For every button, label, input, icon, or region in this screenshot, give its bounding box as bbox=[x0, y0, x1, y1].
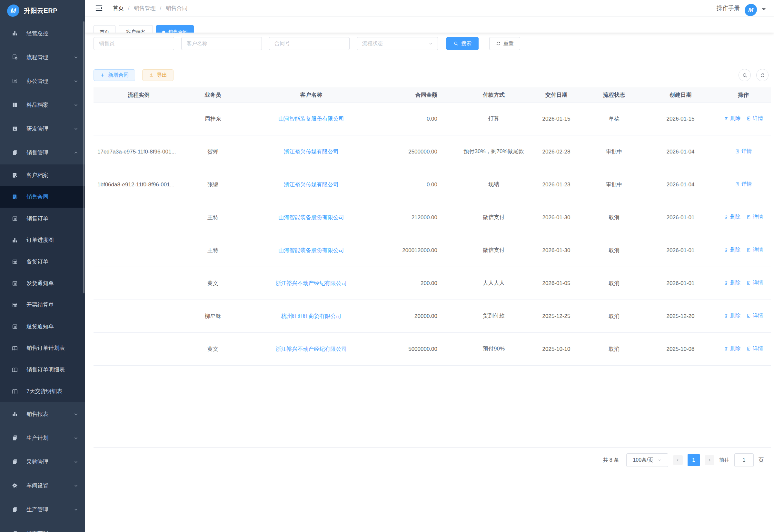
salesperson-cell: 王特 bbox=[184, 247, 242, 254]
customer-link[interactable]: 山河智能装备股份有限公司 bbox=[278, 247, 344, 253]
export-button[interactable]: 导出 bbox=[142, 69, 174, 81]
chevron-down-icon bbox=[657, 458, 662, 462]
detail-link[interactable]: 详情 bbox=[746, 312, 763, 319]
delete-link[interactable]: 删除 bbox=[724, 247, 740, 253]
filter-input[interactable] bbox=[269, 37, 350, 50]
sidebar-item[interactable]: 销售管理 bbox=[0, 141, 85, 164]
created-date-cell: 2026-01-15 bbox=[645, 116, 716, 122]
delete-link[interactable]: 删除 bbox=[724, 312, 740, 319]
chev-down-icon bbox=[73, 54, 79, 60]
detail-link[interactable]: 详情 bbox=[746, 214, 763, 221]
sidebar-item[interactable]: 销售订单明细表 bbox=[0, 359, 85, 380]
tab-item[interactable]: 销售合同 bbox=[156, 25, 194, 33]
table-search-button[interactable] bbox=[739, 69, 751, 81]
next-page-button[interactable] bbox=[705, 455, 714, 465]
sidebar-item[interactable]: 订单进度图 bbox=[0, 229, 85, 251]
breadcrumb-item[interactable]: 销售合同 bbox=[165, 5, 187, 12]
customer-link[interactable]: 山河智能装备股份有限公司 bbox=[278, 116, 344, 122]
breadcrumb-item[interactable]: 首页 bbox=[113, 5, 124, 12]
table-refresh-button[interactable] bbox=[756, 69, 769, 81]
avatar[interactable]: M bbox=[744, 4, 758, 16]
customer-link[interactable]: 浙江裕兴传媒有限公司 bbox=[284, 182, 339, 188]
sidebar-item[interactable]: 加工车间 bbox=[0, 521, 85, 532]
filter-input[interactable] bbox=[94, 37, 174, 50]
customer-link[interactable]: 浙江裕兴不动产经纪有限公司 bbox=[276, 280, 347, 286]
detail-link[interactable]: 详情 bbox=[746, 247, 763, 253]
sidebar-item[interactable]: 车间设置 bbox=[0, 474, 85, 498]
sidebar-item[interactable]: 7天交货明细表 bbox=[0, 380, 85, 402]
breadcrumb-item[interactable]: 销售管理 bbox=[134, 5, 156, 12]
amount-cell: 2500000.00 bbox=[381, 149, 458, 155]
detail-link[interactable]: 详情 bbox=[735, 148, 752, 155]
sidebar-item[interactable]: 生产管理 bbox=[0, 498, 85, 521]
copy-icon bbox=[12, 506, 18, 513]
chev-down-icon bbox=[73, 78, 79, 84]
customer-link[interactable]: 浙江裕兴不动产经纪有限公司 bbox=[276, 346, 347, 352]
delete-link[interactable]: 删除 bbox=[724, 345, 740, 352]
delete-link[interactable]: 删除 bbox=[724, 280, 740, 286]
sidebar-item[interactable]: 研发管理 bbox=[0, 117, 85, 141]
ops-cell: 删除 详情 bbox=[716, 345, 771, 353]
search-icon bbox=[453, 41, 459, 46]
sidebar-item[interactable]: 生产计划 bbox=[0, 426, 85, 450]
chev-down-icon bbox=[73, 483, 79, 488]
chart-icon bbox=[12, 30, 18, 36]
detail-link[interactable]: 详情 bbox=[746, 345, 763, 352]
sidebar-item[interactable]: 开票结算单 bbox=[0, 294, 85, 316]
delete-link[interactable]: 删除 bbox=[724, 214, 740, 221]
col-header: 创建日期 bbox=[645, 91, 716, 99]
customer-link[interactable]: 浙江裕兴传媒有限公司 bbox=[284, 149, 339, 155]
tab-item[interactable]: 客户档案 bbox=[119, 25, 153, 33]
salesperson-cell: 王特 bbox=[184, 214, 242, 221]
status-select[interactable]: 流程状态 bbox=[357, 37, 438, 50]
customer-link[interactable]: 杭州旺旺旺商贸有限公司 bbox=[281, 313, 342, 319]
delete-link[interactable]: 删除 bbox=[724, 115, 740, 122]
prev-page-button[interactable] bbox=[673, 455, 683, 465]
detail-link[interactable]: 详情 bbox=[746, 115, 763, 122]
contracts-table: 流程实例业务员客户名称合同金额付款方式交付日期流程状态创建日期操作周桂东山河智能… bbox=[94, 87, 771, 448]
sidebar-item[interactable]: 销售订单 bbox=[0, 208, 85, 229]
collapse-sidebar-icon[interactable] bbox=[95, 4, 103, 12]
sidebar-scrollbar[interactable] bbox=[83, 21, 84, 293]
status-cell: 审批中 bbox=[583, 148, 645, 155]
filter-input[interactable] bbox=[181, 37, 262, 50]
sidebar-item[interactable]: 经营总控 bbox=[0, 21, 85, 45]
customer-link[interactable]: 山河智能装备股份有限公司 bbox=[278, 214, 344, 221]
deliver-date-cell: 2026-01-05 bbox=[530, 280, 583, 287]
sidebar-item[interactable]: 销售报表 bbox=[0, 402, 85, 426]
page-unit: 页 bbox=[759, 457, 764, 464]
customer-cell: 山河智能装备股份有限公司 bbox=[242, 247, 381, 254]
sidebar-item[interactable]: 采购管理 bbox=[0, 450, 85, 474]
sidebar-item[interactable]: 料品档案 bbox=[0, 93, 85, 117]
select-placeholder: 流程状态 bbox=[362, 40, 383, 47]
payment-cell: 微信支付 bbox=[458, 246, 530, 254]
page-size-select[interactable]: 100条/页 bbox=[626, 453, 668, 467]
detail-link[interactable]: 详情 bbox=[746, 280, 763, 286]
detail-link[interactable]: 详情 bbox=[735, 181, 752, 188]
reset-button[interactable]: 重置 bbox=[489, 37, 520, 50]
table-row: 周桂东山河智能装备股份有限公司0.00打算2026-01-15草稿2026-01… bbox=[94, 103, 771, 135]
goto-page-input[interactable] bbox=[734, 453, 754, 467]
sidebar-item-label: 流程管理 bbox=[26, 54, 71, 61]
sidebar-item[interactable]: 销售合同 bbox=[0, 186, 85, 208]
sidebar-item[interactable]: 退货通知单 bbox=[0, 316, 85, 337]
table-tools bbox=[739, 69, 771, 81]
total-count: 共 8 条 bbox=[603, 457, 619, 464]
sidebar-item[interactable]: 备货订单 bbox=[0, 251, 85, 272]
book-open-icon bbox=[12, 388, 18, 395]
add-contract-button[interactable]: 新增合同 bbox=[94, 69, 135, 81]
sidebar-item[interactable]: 客户档案 bbox=[0, 164, 85, 186]
chev-down-icon bbox=[73, 459, 79, 465]
current-page[interactable]: 1 bbox=[688, 454, 700, 466]
tags-view-bar: 首页 客户档案 销售合同 bbox=[85, 16, 774, 33]
sidebar-item[interactable]: 发货通知单 bbox=[0, 272, 85, 294]
customer-cell: 浙江裕兴传媒有限公司 bbox=[242, 148, 381, 155]
manual-link[interactable]: 操作手册 bbox=[717, 4, 740, 12]
sidebar-item[interactable]: 办公管理 bbox=[0, 69, 85, 93]
search-button[interactable]: 搜索 bbox=[446, 37, 479, 50]
sidebar-item[interactable]: 流程管理 bbox=[0, 45, 85, 69]
sidebar-item[interactable]: 销售订单计划表 bbox=[0, 337, 85, 359]
tab-item[interactable]: 首页 bbox=[94, 25, 115, 33]
user-menu-caret-icon[interactable] bbox=[762, 8, 766, 12]
status-cell: 取消 bbox=[583, 312, 645, 320]
